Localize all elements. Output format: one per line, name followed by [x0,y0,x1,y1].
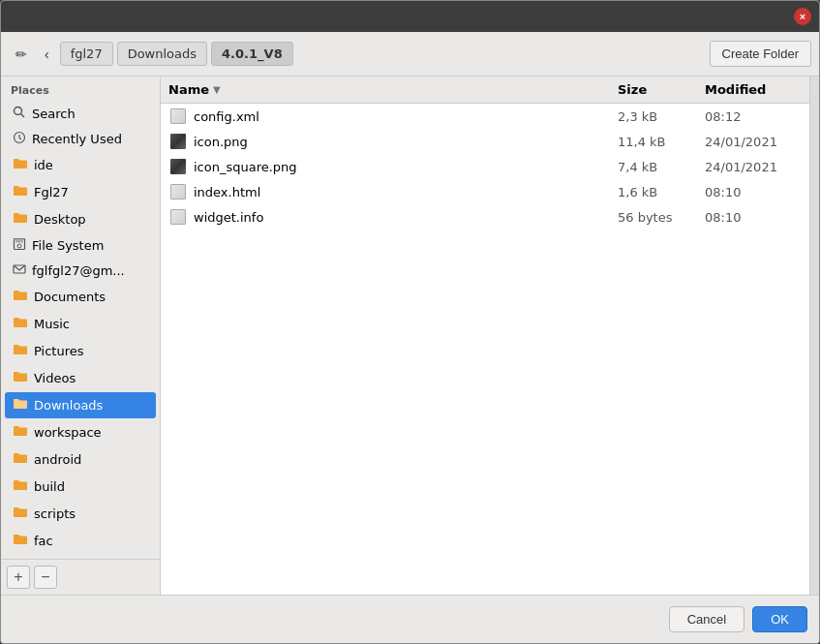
main-area: Places SearchRecently Used ide Fgl27 Des… [1,77,819,595]
sidebar-item-pictures[interactable]: Pictures [5,338,156,364]
titlebar: × [1,1,819,32]
sidebar-item-music[interactable]: Music [5,311,156,337]
pictures-icon [13,342,28,360]
sidebar-item-label-documents: Documents [34,290,106,304]
sidebar-item-videos[interactable]: Videos [5,365,156,391]
sidebar-item-ide[interactable]: ide [5,152,156,178]
file-name: widget.info [194,210,618,225]
bottom-bar: Cancel OK [1,595,819,643]
sidebar-item-label-ide: ide [34,158,53,172]
col-modified-header[interactable]: Modified [705,82,802,97]
sidebar-item-search[interactable]: Search [5,102,156,126]
cancel-button[interactable]: Cancel [669,606,744,632]
table-row[interactable]: index.html1,6 kB08:10 [161,179,809,204]
search-icon [13,106,26,122]
breadcrumb-version[interactable]: 4.0.1_V8 [211,42,293,66]
sidebar: Places SearchRecently Used ide Fgl27 Des… [1,77,161,595]
file-size: 56 bytes [618,210,705,225]
sidebar-item-fac[interactable]: fac [5,528,156,554]
scrollbar[interactable] [809,77,819,595]
svg-point-0 [15,107,22,115]
file-icon-img [168,132,188,151]
sidebar-bottom: + − [1,559,160,595]
sidebar-item-label-fac: fac [34,534,53,548]
edit-button[interactable]: ✏ [9,42,34,67]
fgl27-icon [13,183,28,201]
file-area: Name ▼ Size Modified config.xml2,3 kB08:… [161,77,809,595]
file-name: index.html [194,185,618,199]
file-name: icon_square.png [194,160,618,174]
recently-used-icon [13,131,26,147]
table-row[interactable]: icon.png11,4 kB24/01/2021 [161,129,809,154]
file-size: 1,6 kB [618,185,705,199]
svg-point-7 [17,244,21,248]
workspace-icon [13,423,28,442]
sidebar-item-desktop[interactable]: Desktop [5,206,156,232]
sidebar-item-scripts[interactable]: scripts [5,501,156,527]
sidebar-item-build[interactable]: build [5,474,156,500]
sidebar-item-label-pictures: Pictures [34,344,83,358]
file-dialog: × ✏ ‹ fgl27 Downloads 4.0.1_V8 Create Fo… [0,0,820,644]
sidebar-item-label-search: Search [32,107,76,121]
build-icon [13,477,28,496]
file-system-icon [13,237,26,254]
svg-rect-6 [15,239,23,243]
breadcrumb-downloads[interactable]: Downloads [117,42,207,66]
fac-icon [13,532,28,550]
sidebar-item-fgl27[interactable]: Fgl27 [5,179,156,205]
close-button[interactable]: × [794,8,811,25]
col-name-header[interactable]: Name ▼ [168,82,618,97]
file-size: 11,4 kB [618,135,705,149]
sidebar-item-label-file-system: File System [32,238,104,253]
android-icon [13,450,28,469]
downloads-icon [13,396,28,414]
ok-button[interactable]: OK [752,606,807,632]
sidebar-item-workspace[interactable]: workspace [5,419,156,445]
file-icon-html [168,182,188,201]
desktop-icon [13,210,28,229]
sort-arrow-icon: ▼ [213,84,221,95]
svg-line-4 [19,138,21,140]
sidebar-item-label-android: android [34,452,81,467]
sidebar-item-recently-used[interactable]: Recently Used [5,127,156,151]
scripts-icon [13,505,28,523]
file-modified: 08:10 [705,210,802,225]
videos-icon [13,369,28,387]
create-folder-button[interactable]: Create Folder [710,41,811,67]
sidebar-section-label: Places [1,77,160,101]
toolbar: ✏ ‹ fgl27 Downloads 4.0.1_V8 Create Fold… [1,32,819,77]
sidebar-item-label-music: Music [34,317,70,331]
remove-bookmark-button[interactable]: − [34,566,57,589]
file-icon-txt [168,207,188,227]
sidebar-item-file-system[interactable]: File System [5,233,156,258]
sidebar-item-android[interactable]: android [5,446,156,473]
sidebar-scroll: Places SearchRecently Used ide Fgl27 Des… [1,77,160,559]
file-icon-img [168,157,188,176]
sidebar-item-downloads[interactable]: Downloads [5,392,156,418]
file-icon-xml [168,107,188,126]
col-size-header[interactable]: Size [618,82,705,97]
sidebar-item-email[interactable]: fglfgl27@gm... [5,259,156,283]
file-list-header: Name ▼ Size Modified [161,77,809,104]
file-list-scroll: config.xml2,3 kB08:12icon.png11,4 kB24/0… [161,104,809,595]
file-modified: 24/01/2021 [705,160,802,174]
sidebar-item-label-recently-used: Recently Used [32,132,122,146]
file-modified: 08:10 [705,185,802,199]
svg-line-1 [21,114,25,118]
file-modified: 08:12 [705,109,802,124]
table-row[interactable]: widget.info56 bytes08:10 [161,204,809,230]
sidebar-item-label-desktop: Desktop [34,212,86,227]
table-row[interactable]: config.xml2,3 kB08:12 [161,104,809,129]
table-row[interactable]: icon_square.png7,4 kB24/01/2021 [161,154,809,179]
sidebar-item-label-downloads: Downloads [34,398,103,413]
breadcrumb-fgl27[interactable]: fgl27 [60,42,113,66]
back-button[interactable]: ‹ [38,42,56,67]
file-modified: 24/01/2021 [705,135,802,149]
music-icon [13,315,28,333]
file-size: 7,4 kB [618,160,705,174]
add-bookmark-button[interactable]: + [7,566,30,589]
email-icon [13,262,26,279]
sidebar-item-label-workspace: workspace [34,425,102,440]
sidebar-item-documents[interactable]: Documents [5,284,156,310]
file-name: config.xml [194,109,618,124]
